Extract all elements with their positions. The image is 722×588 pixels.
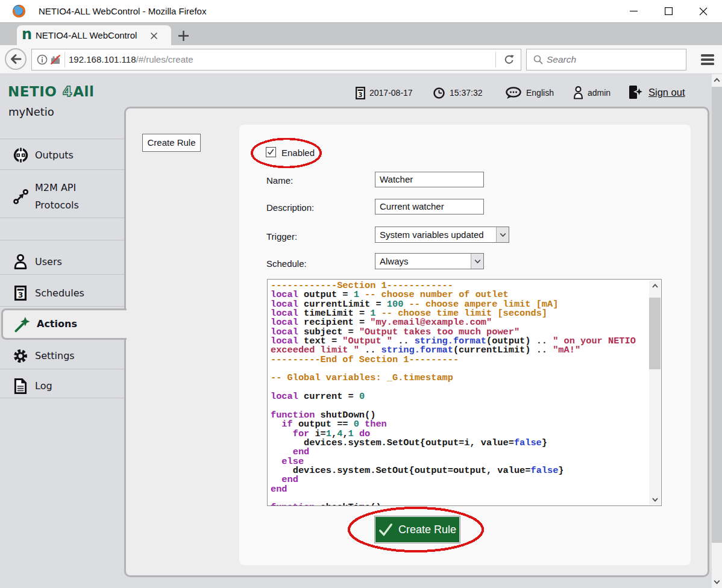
sidebar-item-label: Outputs	[35, 147, 74, 164]
netio-logo: NETIO 4All	[8, 84, 94, 99]
code-line: devices.system.SetOut{output=output, val…	[271, 466, 648, 475]
scroll-up-button[interactable]	[712, 74, 722, 86]
minimize-icon	[630, 7, 638, 15]
close-icon	[150, 32, 158, 40]
maximize-icon	[665, 7, 673, 15]
signout-link[interactable]: Sign out	[648, 87, 685, 98]
urlbar-separator	[495, 52, 496, 67]
sidebar-item-actions-active[interactable]: Actions	[1, 308, 127, 340]
window-close-button[interactable]	[689, 0, 717, 22]
create-rule-nav-button[interactable]: Create Rule	[142, 134, 201, 152]
scrollbar-thumb[interactable]	[712, 87, 722, 543]
user-icon	[13, 254, 28, 270]
code-line: devices.system.SetOut{output=i, value=fa…	[271, 439, 648, 448]
chevron-up-icon	[714, 78, 720, 83]
sidebar-item-label: Schedules	[35, 285, 84, 302]
search-bar[interactable]: Search	[526, 49, 686, 70]
window-titlebar: NETIO4-ALL WebControl - Mozilla Firefox	[0, 0, 722, 22]
back-button[interactable]	[5, 48, 27, 70]
sidebar-item-log[interactable]: Log	[0, 369, 124, 399]
gear-icon	[13, 348, 28, 364]
checkmark-icon	[266, 148, 275, 156]
scroll-down-button[interactable]	[649, 494, 661, 505]
device-name: myNetio	[8, 105, 54, 118]
enabled-label: Enabled	[281, 148, 315, 158]
sidebar-item-outputs[interactable]: Outputs	[0, 139, 124, 169]
new-tab-button[interactable]	[176, 28, 190, 43]
header-time: 15:37:32	[450, 88, 483, 98]
dropdown-button[interactable]	[496, 227, 509, 242]
url-bar[interactable]: 192.168.101.118/#/rules/create	[31, 49, 521, 70]
sidebar-item-label: M2M API Protocols	[35, 179, 105, 214]
rule-form-panel: Enabled Name: Watcher Description: Curre…	[239, 125, 691, 565]
page-content: NETIO 4All myNetio 3 2017-08-17 15:37:32…	[0, 74, 712, 588]
description-input[interactable]: Current watcher	[375, 199, 484, 214]
language-bubble-icon[interactable]	[505, 87, 523, 100]
rule-code-editor[interactable]: ------------Section 1------------local o…	[267, 279, 662, 506]
checkmark-icon	[378, 523, 393, 537]
sidebar-item-label: Log	[35, 378, 52, 395]
editor-scrollbar[interactable]	[649, 280, 661, 505]
search-icon	[533, 55, 543, 64]
code-line: end	[271, 485, 648, 494]
calendar-icon: 3	[356, 87, 365, 99]
scroll-down-button[interactable]	[712, 575, 722, 588]
chevron-down-icon	[474, 259, 481, 264]
svg-text:3: 3	[358, 91, 362, 98]
trigger-select[interactable]: System variables updated	[375, 227, 509, 243]
header-language[interactable]: English	[526, 88, 554, 98]
plugin-blocked-icon[interactable]	[50, 54, 61, 65]
menu-button[interactable]	[697, 49, 718, 70]
hamburger-icon	[701, 54, 714, 57]
sidebar-nav: OutputsM2M API ProtocolsUsers3SchedulesA…	[0, 139, 124, 399]
scroll-up-button[interactable]	[649, 280, 661, 291]
sidebar-item-users[interactable]: Users	[0, 240, 124, 274]
url-host: 192.168.101.118	[69, 54, 136, 64]
window-minimize-button[interactable]	[620, 0, 647, 22]
sidebar-item-settings[interactable]: Settings	[0, 340, 124, 369]
tab-close-button[interactable]	[146, 28, 162, 43]
submit-label: Create Rule	[398, 524, 456, 536]
plus-icon	[178, 30, 189, 42]
search-placeholder: Search	[547, 49, 576, 70]
sidebar-item-m2m[interactable]: M2M API Protocols	[0, 169, 124, 217]
sidebar-item-actions[interactable]: Actions	[0, 306, 124, 340]
firefox-icon	[12, 4, 26, 18]
info-icon[interactable]	[37, 54, 48, 65]
sidebar-item-spacer	[0, 217, 124, 240]
code-line: end	[271, 475, 648, 484]
trigger-label: Trigger:	[266, 231, 297, 242]
header-date: 2017-08-17	[369, 88, 413, 98]
window-title: NETIO4-ALL WebControl - Mozilla Firefox	[39, 0, 206, 22]
reload-button[interactable]	[500, 52, 519, 67]
close-icon	[699, 7, 708, 16]
scrollbar-thumb[interactable]	[649, 298, 661, 369]
url-text[interactable]: 192.168.101.118/#/rules/create	[69, 49, 193, 70]
sidebar-item-schedules[interactable]: 3Schedules	[0, 274, 124, 306]
url-path: /#/rules/create	[136, 54, 193, 64]
netio-favicon: n	[20, 28, 33, 43]
create-rule-submit-button[interactable]: Create Rule	[374, 516, 460, 543]
schedule-select[interactable]: Always	[375, 253, 484, 269]
clock-icon	[433, 87, 445, 99]
m2m-icon	[13, 189, 28, 204]
chevron-down-icon	[714, 580, 720, 584]
main-panel: Create Rule Enabled Name: Watcher Descri…	[124, 107, 709, 577]
reload-icon	[504, 54, 515, 65]
window-maximize-button[interactable]	[655, 0, 682, 22]
browser-tab[interactable]: n NETIO4-ALL WebControl	[17, 25, 171, 46]
code-line: function checkTime()	[271, 503, 648, 505]
code-text[interactable]: ------------Section 1------------local o…	[268, 280, 648, 505]
browser-toolbar: 192.168.101.118/#/rules/create Search	[0, 45, 722, 74]
chevron-up-icon	[652, 284, 658, 288]
name-label: Name:	[266, 175, 293, 186]
browser-scrollbar[interactable]	[712, 74, 722, 588]
code-line: end	[271, 448, 648, 457]
chevron-down-icon	[652, 498, 658, 502]
sidebar-item-label: Actions	[37, 316, 77, 333]
calendar-icon: 3	[13, 286, 28, 301]
enabled-checkbox[interactable]	[266, 147, 276, 157]
signout-icon[interactable]	[629, 85, 644, 99]
name-input[interactable]: Watcher	[375, 172, 484, 187]
dropdown-button[interactable]	[471, 254, 483, 269]
